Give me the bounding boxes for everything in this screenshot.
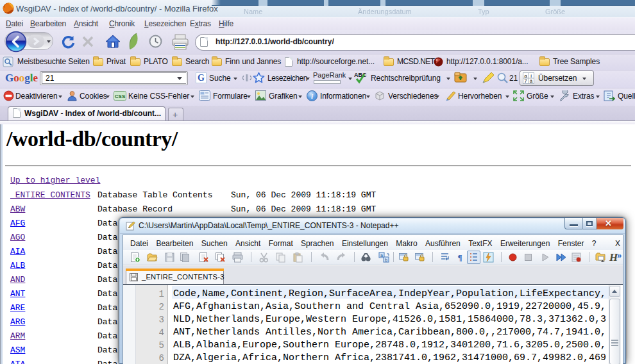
svg-text:¶: ¶ [457,252,462,262]
svg-text:a: a [380,253,383,258]
svg-text:G: G [198,73,205,83]
svg-text:b: b [385,258,387,262]
svg-text:7: 7 [524,78,527,84]
svg-text:ä: ä [530,78,533,84]
svg-text:CSS: CSS [115,94,126,99]
